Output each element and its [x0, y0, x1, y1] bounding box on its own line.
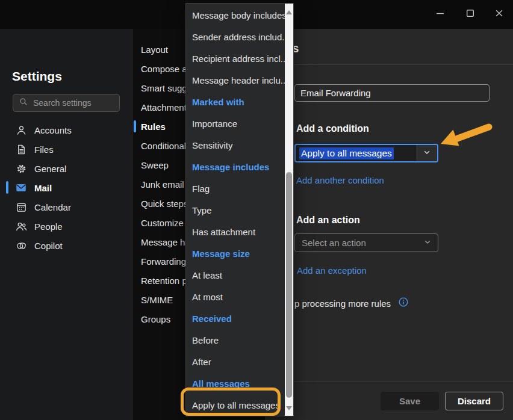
mail-settings-item-label: Layout — [141, 45, 168, 55]
mail-settings-item-label: Rules — [141, 122, 166, 132]
search-icon — [19, 97, 28, 109]
condition-option-message-body-includes[interactable]: Message body includes — [186, 4, 285, 26]
info-icon[interactable] — [398, 297, 409, 310]
footer-divider — [265, 381, 513, 381]
condition-option-recipient-address-incl[interactable]: Recipient address incl... — [186, 48, 285, 69]
sidebar-item-mail[interactable]: Mail — [0, 178, 132, 197]
condition-group-header-message-size: Message size — [186, 242, 285, 264]
mail-settings-item-label: Forwarding — [141, 256, 186, 267]
condition-menu-list: Message body includesSender address incl… — [186, 4, 285, 416]
discard-button[interactable]: Discard — [445, 392, 503, 410]
sidebar-item-calendar[interactable]: Calendar — [0, 197, 132, 217]
person-icon — [15, 124, 27, 136]
calendar-icon — [15, 201, 27, 213]
people-icon — [15, 220, 27, 232]
heading-divider — [265, 64, 513, 65]
rule-name-input[interactable] — [295, 85, 489, 101]
add-exception-link[interactable]: Add an exception — [297, 265, 367, 276]
condition-select[interactable]: Apply to all messages — [294, 144, 438, 162]
action-select-placeholder: Select an action — [302, 238, 366, 248]
stop-processing-label: p processing more rules — [294, 298, 391, 309]
sidebar-nav: AccountsFilesGeneralMailCalendarPeopleCo… — [0, 120, 132, 255]
condition-group-header-received: Received — [186, 307, 285, 329]
condition-group-header-marked-with: Marked with — [186, 91, 285, 113]
sidebar-item-label: Calendar — [34, 202, 71, 212]
menu-scrollbar[interactable] — [285, 4, 293, 416]
chevron-down-icon — [423, 238, 432, 249]
add-action-label: Add an action — [296, 215, 360, 226]
sidebar-item-files[interactable]: Files — [0, 140, 132, 159]
condition-group-header-all-messages: All messages — [186, 372, 285, 394]
chevron-down-icon — [423, 148, 431, 159]
sidebar-item-label: Files — [34, 144, 54, 155]
condition-option-at-most[interactable]: At most — [186, 286, 285, 307]
action-select[interactable]: Select an action — [294, 233, 438, 252]
sidebar-item-people[interactable]: People — [0, 217, 132, 236]
scroll-down-arrow-icon[interactable] — [286, 406, 292, 410]
condition-group-header-message-includes: Message includes — [186, 156, 285, 178]
rule-name-field — [294, 84, 490, 102]
copilot-icon — [15, 239, 27, 252]
close-icon — [493, 7, 505, 22]
scroll-up-arrow-icon[interactable] — [286, 10, 292, 14]
gear-icon — [15, 162, 27, 174]
sidebar-item-copilot[interactable]: Copilot — [0, 236, 132, 255]
sidebar-item-label: General — [34, 164, 66, 174]
minimize-button[interactable] — [433, 8, 447, 21]
mail-settings-item-label: Sweep — [141, 160, 169, 170]
sidebar-item-label: Mail — [34, 183, 52, 193]
sidebar-item-general[interactable]: General — [0, 159, 132, 178]
settings-page-title: Settings — [12, 69, 62, 84]
rules-panel: Rules Add a condition Apply to all messa… — [265, 29, 513, 420]
condition-option-apply-to-all-messages[interactable]: Apply to all messages — [186, 394, 285, 416]
condition-dropdown-menu: Message body includesSender address incl… — [185, 3, 294, 416]
mail-settings-item-label: Quick steps — [141, 199, 188, 209]
search-input[interactable] — [33, 98, 116, 108]
menu-scrollbar-thumb[interactable] — [286, 172, 292, 398]
mail-icon — [15, 182, 27, 194]
condition-option-sender-address-includ[interactable]: Sender address includ... — [186, 26, 285, 48]
maximize-button[interactable] — [463, 8, 477, 21]
settings-search-box[interactable] — [13, 94, 120, 112]
condition-option-sensitivity[interactable]: Sensitivity — [186, 134, 285, 156]
sidebar-item-label: People — [34, 221, 63, 232]
maximize-icon — [464, 7, 476, 22]
action-select-chevron-button[interactable] — [417, 234, 438, 252]
mail-settings-item-label: Junk email — [141, 179, 184, 190]
condition-option-has-attachment[interactable]: Has attachment — [186, 221, 285, 242]
sidebar-item-accounts[interactable]: Accounts — [0, 120, 132, 140]
mail-settings-item-label: S/MIME — [141, 295, 173, 305]
selected-condition-value: Apply to all messages — [299, 147, 394, 159]
condition-select-chevron-button[interactable] — [416, 145, 437, 161]
condition-option-before[interactable]: Before — [186, 329, 285, 351]
sidebar-item-label: Copilot — [34, 241, 63, 251]
save-button[interactable]: Save — [381, 392, 439, 410]
condition-option-message-header-inclu[interactable]: Message header inclu... — [186, 69, 285, 91]
condition-option-importance[interactable]: Importance — [186, 113, 285, 134]
close-button[interactable] — [492, 8, 506, 21]
settings-sidebar: Settings AccountsFilesGeneralMailCalenda… — [0, 29, 132, 420]
add-condition-label: Add a condition — [296, 123, 369, 134]
sidebar-item-label: Accounts — [34, 125, 72, 135]
selected-indicator — [6, 181, 8, 194]
minimize-icon — [434, 7, 446, 22]
stop-processing-row: p processing more rules — [294, 297, 409, 310]
selected-indicator — [134, 120, 136, 132]
mail-settings-item-label: Groups — [141, 314, 170, 324]
condition-option-at-least[interactable]: At least — [186, 264, 285, 286]
mail-settings-item-label: Attachments — [141, 102, 191, 113]
condition-option-after[interactable]: After — [186, 351, 285, 372]
condition-option-type[interactable]: Type — [186, 199, 285, 221]
add-another-condition-link[interactable]: Add another condition — [296, 175, 384, 185]
condition-option-flag[interactable]: Flag — [186, 178, 285, 199]
file-icon — [15, 143, 27, 155]
